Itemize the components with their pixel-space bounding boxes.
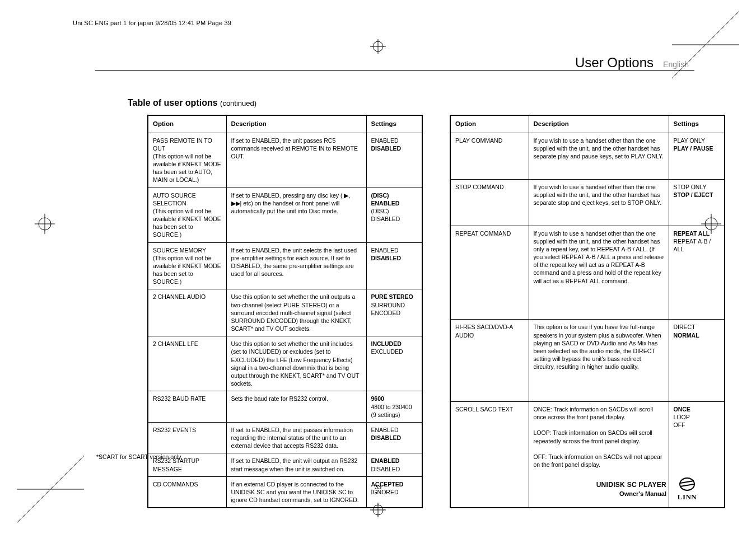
th-description: Description <box>529 115 669 133</box>
th-settings: Settings <box>366 115 422 133</box>
cell-settings: (DISC) ENABLED(DISC) DISABLED <box>366 188 422 242</box>
cell-settings: REPEAT ALLREPEAT A-B / ALL <box>669 226 725 320</box>
header-title: User Options <box>575 55 654 71</box>
cell-description: If you wish to use a handset other than … <box>529 226 669 320</box>
table-row: STOP COMMANDIf you wish to use a handset… <box>450 179 725 226</box>
table-row: RS232 BAUD RATESets the baud rate for RS… <box>148 391 422 423</box>
cell-settings: INCLUDEDEXCLUDED <box>366 336 422 391</box>
svg-line-10 <box>680 481 694 483</box>
cell-description: If set to ENABLED, the unit passes RC5 c… <box>226 133 366 188</box>
options-table-right: Option Description Settings PLAY COMMAND… <box>450 115 725 508</box>
table-row: RS232 EVENTSIf set to ENABLED, the unit … <box>148 422 422 453</box>
cell-settings: ENABLEDDISABLED <box>366 422 422 453</box>
th-description: Description <box>226 115 366 133</box>
fold-corner-right <box>672 11 739 78</box>
section-title-text: Table of user options <box>128 98 218 107</box>
crop-mark-top <box>368 39 388 54</box>
cell-option: AUTO SOURCE SELECTION (This option will … <box>148 188 226 242</box>
cell-option: PASS REMOTE IN TO OUT (This option will … <box>148 133 226 188</box>
cell-option: 2 CHANNEL LFE <box>148 336 226 391</box>
footnote: *SCART for SCART version only. <box>96 453 183 460</box>
cell-settings: PURE STEREOSURROUND ENCODED <box>366 289 422 336</box>
cell-settings: PLAY ONLYPLAY / PAUSE <box>669 133 725 179</box>
cell-option: REPEAT COMMAND <box>450 226 529 320</box>
th-settings: Settings <box>669 115 725 133</box>
cell-option: STOP COMMAND <box>450 179 529 226</box>
cell-settings: ENABLEDDISABLED <box>366 242 422 289</box>
crop-mark-bottom <box>368 503 388 517</box>
options-table-left: Option Description Settings PASS REMOTE … <box>147 115 423 508</box>
page-number: 33 <box>375 484 381 490</box>
cell-option: SCROLL SACD TEXT <box>450 401 529 508</box>
table-row: 2 CHANNEL AUDIOUse this option to set wh… <box>148 289 422 336</box>
cell-description: If set to ENABLED, the unit selects the … <box>226 242 366 289</box>
cell-settings: ENABLEDDISABLED <box>366 133 422 188</box>
th-option: Option <box>148 115 226 133</box>
table-row: PLAY COMMANDIf you wish to use a handset… <box>450 133 725 179</box>
cell-description: If you wish to use a handset other than … <box>529 179 669 226</box>
manual-subtitle: Owner's Manual <box>596 490 666 498</box>
product-name: UNIDISK SC PLAYER <box>596 481 666 490</box>
table-row: SOURCE MEMORY (This option will not be a… <box>148 242 422 289</box>
cell-option: 2 CHANNEL AUDIO <box>148 289 226 336</box>
cell-description: Use this option to set whether the unit … <box>226 336 366 391</box>
svg-line-11 <box>680 484 694 486</box>
cell-description: If an external CD player is connected to… <box>226 476 366 508</box>
table-header-row: Option Description Settings <box>450 115 725 133</box>
section-continued: (continued) <box>220 99 256 107</box>
crop-mark-left <box>28 207 62 241</box>
print-slug: Uni SC ENG part 1 for japan 9/28/05 12:4… <box>73 20 231 26</box>
section-title: Table of user options (continued) <box>128 98 256 108</box>
cell-settings: 96004800 to 230400(9 settings) <box>366 391 422 423</box>
cell-option: CD COMMANDS <box>148 476 226 508</box>
cell-option: RS232 EVENTS <box>148 422 226 453</box>
cell-description: Sets the baud rate for RS232 control. <box>226 391 366 423</box>
table-row: 2 CHANNEL LFEUse this option to set whet… <box>148 336 422 391</box>
table-row: REPEAT COMMANDIf you wish to use a hands… <box>450 226 725 320</box>
cell-option: HI-RES SACD/DVD-A AUDIO <box>450 320 529 402</box>
cell-description: Use this option to set whether the unit … <box>226 289 366 336</box>
cell-description: If set to ENABLED, the unit will output … <box>226 453 366 476</box>
brand-name: LINN <box>674 493 700 502</box>
table-header-row: Option Description Settings <box>148 115 422 133</box>
header-rule <box>95 70 694 71</box>
fold-corner-left <box>17 456 84 523</box>
cell-settings: DIRECTNORMAL <box>669 320 725 402</box>
table-row: HI-RES SACD/DVD-A AUDIOThis option is fo… <box>450 320 725 402</box>
table-row: AUTO SOURCE SELECTION (This option will … <box>148 188 422 242</box>
cell-description: If set to ENABLED, pressing any disc key… <box>226 188 366 242</box>
cell-option: PLAY COMMAND <box>450 133 529 179</box>
cell-option: RS232 BAUD RATE <box>148 391 226 423</box>
brand-logo: LINN <box>674 477 700 502</box>
cell-option: SOURCE MEMORY (This option will not be a… <box>148 242 226 289</box>
cell-settings: ENABLEDDISABLED <box>366 453 422 476</box>
table-row: RS232 STARTUP MESSAGEIf set to ENABLED, … <box>148 453 422 476</box>
th-option: Option <box>450 115 529 133</box>
cell-settings: STOP ONLYSTOP / EJECT <box>669 179 725 226</box>
table-row: PASS REMOTE IN TO OUT (This option will … <box>148 133 422 188</box>
cell-description: If set to ENABLED, the unit passes infor… <box>226 422 366 453</box>
footer-product: UNIDISK SC PLAYER Owner's Manual <box>596 481 666 498</box>
cell-description: This option is for use if you have five … <box>529 320 669 402</box>
cell-description: If you wish to use a handset other than … <box>529 133 669 179</box>
